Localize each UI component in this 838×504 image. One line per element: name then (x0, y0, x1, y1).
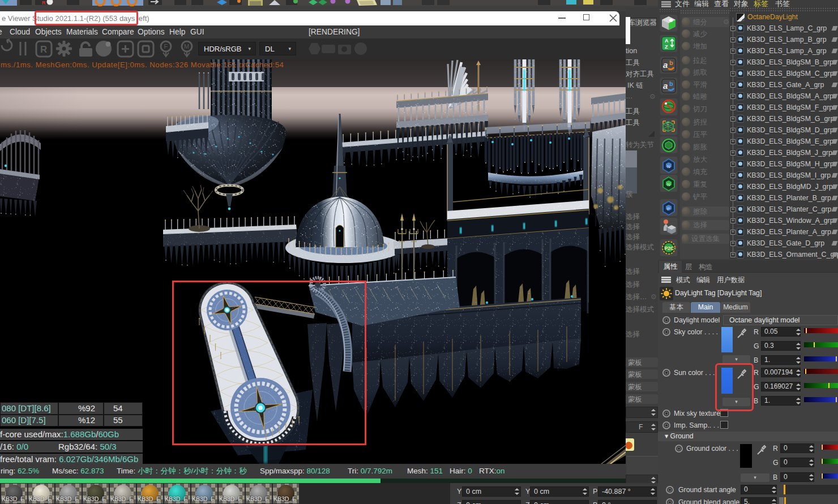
svg-text:b: b (669, 59, 673, 66)
svg-text:N: N (667, 164, 670, 169)
svg-text:P: P (667, 206, 670, 212)
svg-text:Z: Z (665, 44, 668, 50)
svg-text:a: a (663, 81, 668, 91)
svg-text:a: a (663, 60, 668, 70)
svg-text:C: C (666, 122, 669, 126)
svg-text:A: A (665, 38, 669, 44)
svg-text:R: R (40, 44, 47, 55)
svg-text:M: M (184, 43, 189, 50)
svg-text:F: F (164, 43, 168, 50)
svg-text:b: b (669, 80, 673, 87)
svg-text:N: N (667, 182, 670, 187)
svg-text:P2C: P2C (665, 245, 674, 251)
svg-text:R: R (42, 0, 46, 6)
